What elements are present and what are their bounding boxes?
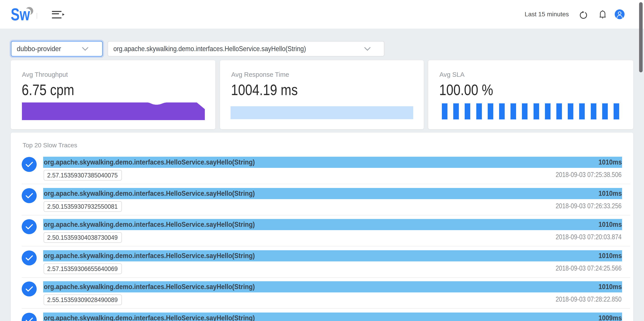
svg-text:Sw: Sw bbox=[11, 6, 30, 23]
